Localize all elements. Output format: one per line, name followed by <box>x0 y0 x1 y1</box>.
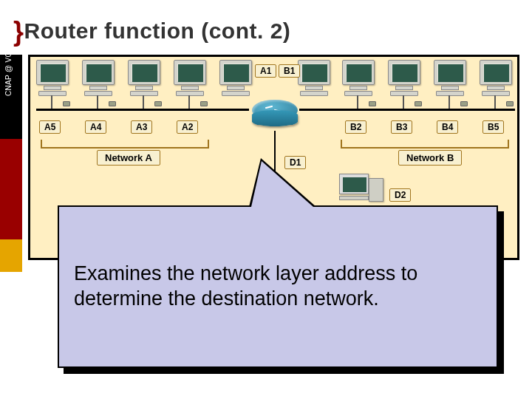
drop-cable <box>494 95 496 109</box>
monitor-icon <box>480 60 512 85</box>
bracket-b <box>341 140 509 149</box>
host-a1 <box>218 60 253 96</box>
monitor-icon <box>82 60 115 85</box>
host <box>81 60 116 96</box>
host-label: B2 <box>345 120 366 134</box>
slide-title: }Router function (cont. 2) <box>13 16 290 47</box>
label-d2: D2 <box>389 188 411 202</box>
label-a1: A1 <box>255 64 276 78</box>
drop-cable <box>51 95 52 109</box>
monitor-icon <box>36 60 69 85</box>
callout-text: Examines the network layer address to de… <box>74 262 505 312</box>
drop-cable <box>449 95 450 109</box>
host <box>386 60 422 96</box>
host-label: B3 <box>391 120 412 134</box>
tap-icon <box>63 101 70 106</box>
monitor-icon <box>128 60 160 85</box>
drop-cable <box>357 95 358 109</box>
cable-right <box>299 109 515 111</box>
title-brace: } <box>13 16 24 47</box>
host <box>35 60 70 96</box>
label-network-a: Network A <box>97 150 160 166</box>
host-label: A3 <box>131 120 152 134</box>
cable-left <box>36 109 249 111</box>
drop-cable <box>143 95 144 109</box>
drop-cable <box>188 95 190 109</box>
host-label: A5 <box>39 120 61 134</box>
tap-icon <box>369 101 376 106</box>
tap-icon <box>109 101 116 106</box>
tap-icon <box>506 101 514 106</box>
monitor-icon <box>342 60 375 85</box>
host-label: A2 <box>177 120 198 134</box>
title-text: Router function (cont. 2) <box>24 18 291 43</box>
host-label: B4 <box>437 120 458 134</box>
bracket-a <box>41 140 209 149</box>
host-label: B5 <box>482 120 504 134</box>
host <box>341 60 376 96</box>
sidebar-red <box>0 139 22 239</box>
monitor-icon <box>298 60 330 85</box>
host <box>478 60 514 96</box>
drop-cable <box>97 95 98 109</box>
slide: }Router function (cont. 2) CNAP @ VCC A1… <box>0 0 532 399</box>
host-b1 <box>296 60 332 96</box>
monitor-icon <box>219 60 252 85</box>
drop-cable <box>403 95 404 109</box>
host <box>432 60 468 96</box>
monitor-icon <box>388 60 420 85</box>
sidebar-label: CNAP @ VCC <box>4 47 13 96</box>
tap-icon <box>460 101 468 106</box>
label-b1: B1 <box>279 64 300 78</box>
sidebar-yellow <box>0 239 22 272</box>
host <box>126 60 162 96</box>
monitor-icon <box>174 60 206 85</box>
monitor-icon <box>434 60 466 85</box>
tap-icon <box>415 101 422 106</box>
callout: Examines the network layer address to de… <box>58 205 505 378</box>
label-network-b: Network B <box>398 150 462 166</box>
host <box>172 60 208 96</box>
tap-icon <box>154 101 162 106</box>
tap-icon <box>200 101 208 106</box>
host-label: A4 <box>85 120 106 134</box>
